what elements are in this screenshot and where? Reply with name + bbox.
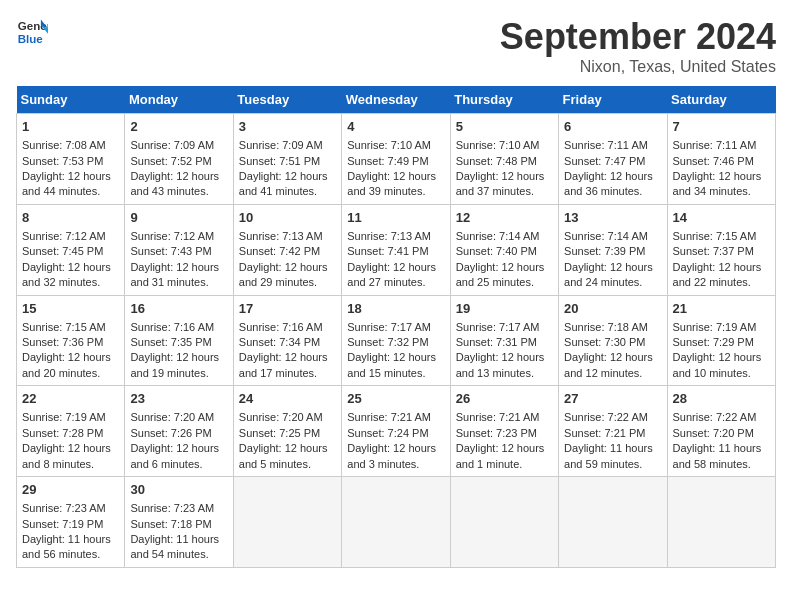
day-info-line: Sunrise: 7:18 AM	[564, 320, 661, 335]
calendar-header-row: SundayMondayTuesdayWednesdayThursdayFrid…	[17, 86, 776, 114]
day-info-line: Daylight: 12 hours	[130, 169, 227, 184]
day-info-line: Sunrise: 7:14 AM	[564, 229, 661, 244]
column-header-thursday: Thursday	[450, 86, 558, 114]
day-number: 29	[22, 481, 119, 499]
day-info-line: Daylight: 12 hours	[564, 260, 661, 275]
day-info-line: Daylight: 12 hours	[22, 350, 119, 365]
week-row-4: 22Sunrise: 7:19 AMSunset: 7:28 PMDayligh…	[17, 386, 776, 477]
week-row-2: 8Sunrise: 7:12 AMSunset: 7:45 PMDaylight…	[17, 204, 776, 295]
calendar-cell: 20Sunrise: 7:18 AMSunset: 7:30 PMDayligh…	[559, 295, 667, 386]
column-header-sunday: Sunday	[17, 86, 125, 114]
day-info-line: Daylight: 12 hours	[130, 350, 227, 365]
day-info-line: Sunrise: 7:14 AM	[456, 229, 553, 244]
calendar-cell: 4Sunrise: 7:10 AMSunset: 7:49 PMDaylight…	[342, 114, 450, 205]
day-info-line: Sunrise: 7:16 AM	[239, 320, 336, 335]
day-info-line: and 44 minutes.	[22, 184, 119, 199]
day-info-line: Sunset: 7:39 PM	[564, 244, 661, 259]
day-info-line: Sunset: 7:45 PM	[22, 244, 119, 259]
day-info-line: and 10 minutes.	[673, 366, 770, 381]
day-info-line: Daylight: 12 hours	[130, 260, 227, 275]
day-info-line: and 12 minutes.	[564, 366, 661, 381]
day-info-line: Daylight: 12 hours	[239, 260, 336, 275]
logo-icon: General Blue	[16, 16, 48, 48]
day-info-line: and 8 minutes.	[22, 457, 119, 472]
column-header-friday: Friday	[559, 86, 667, 114]
column-header-saturday: Saturday	[667, 86, 775, 114]
day-info-line: and 22 minutes.	[673, 275, 770, 290]
calendar-cell	[342, 477, 450, 568]
day-info-line: Sunset: 7:35 PM	[130, 335, 227, 350]
day-info-line: and 43 minutes.	[130, 184, 227, 199]
day-info-line: Sunset: 7:31 PM	[456, 335, 553, 350]
calendar-cell: 23Sunrise: 7:20 AMSunset: 7:26 PMDayligh…	[125, 386, 233, 477]
calendar-cell: 1Sunrise: 7:08 AMSunset: 7:53 PMDaylight…	[17, 114, 125, 205]
day-info-line: and 59 minutes.	[564, 457, 661, 472]
calendar-cell: 16Sunrise: 7:16 AMSunset: 7:35 PMDayligh…	[125, 295, 233, 386]
day-info-line: Sunrise: 7:20 AM	[239, 410, 336, 425]
day-number: 14	[673, 209, 770, 227]
day-info-line: Sunset: 7:21 PM	[564, 426, 661, 441]
day-info-line: Daylight: 12 hours	[456, 441, 553, 456]
day-number: 22	[22, 390, 119, 408]
day-info-line: Sunrise: 7:22 AM	[564, 410, 661, 425]
day-info-line: and 34 minutes.	[673, 184, 770, 199]
title-area: September 2024 Nixon, Texas, United Stat…	[500, 16, 776, 76]
calendar-cell: 9Sunrise: 7:12 AMSunset: 7:43 PMDaylight…	[125, 204, 233, 295]
day-number: 21	[673, 300, 770, 318]
day-info-line: Daylight: 12 hours	[130, 441, 227, 456]
day-number: 12	[456, 209, 553, 227]
calendar-cell	[233, 477, 341, 568]
day-info-line: Sunrise: 7:17 AM	[456, 320, 553, 335]
day-info-line: Sunrise: 7:16 AM	[130, 320, 227, 335]
day-info-line: Sunset: 7:53 PM	[22, 154, 119, 169]
day-number: 13	[564, 209, 661, 227]
day-number: 19	[456, 300, 553, 318]
calendar-cell	[450, 477, 558, 568]
calendar-cell: 3Sunrise: 7:09 AMSunset: 7:51 PMDaylight…	[233, 114, 341, 205]
calendar-cell: 10Sunrise: 7:13 AMSunset: 7:42 PMDayligh…	[233, 204, 341, 295]
day-info-line: Sunrise: 7:10 AM	[347, 138, 444, 153]
calendar-cell: 18Sunrise: 7:17 AMSunset: 7:32 PMDayligh…	[342, 295, 450, 386]
day-info-line: and 29 minutes.	[239, 275, 336, 290]
day-info-line: Sunrise: 7:20 AM	[130, 410, 227, 425]
column-header-monday: Monday	[125, 86, 233, 114]
calendar-cell: 19Sunrise: 7:17 AMSunset: 7:31 PMDayligh…	[450, 295, 558, 386]
day-number: 28	[673, 390, 770, 408]
calendar-cell: 12Sunrise: 7:14 AMSunset: 7:40 PMDayligh…	[450, 204, 558, 295]
day-info-line: Sunset: 7:30 PM	[564, 335, 661, 350]
day-info-line: Sunrise: 7:21 AM	[347, 410, 444, 425]
day-number: 4	[347, 118, 444, 136]
day-number: 23	[130, 390, 227, 408]
day-info-line: Daylight: 11 hours	[673, 441, 770, 456]
day-number: 25	[347, 390, 444, 408]
day-info-line: Sunset: 7:28 PM	[22, 426, 119, 441]
day-info-line: Sunrise: 7:10 AM	[456, 138, 553, 153]
day-info-line: and 31 minutes.	[130, 275, 227, 290]
day-info-line: Daylight: 12 hours	[456, 260, 553, 275]
day-info-line: and 3 minutes.	[347, 457, 444, 472]
day-info-line: and 25 minutes.	[456, 275, 553, 290]
day-info-line: and 17 minutes.	[239, 366, 336, 381]
calendar-cell: 21Sunrise: 7:19 AMSunset: 7:29 PMDayligh…	[667, 295, 775, 386]
day-number: 5	[456, 118, 553, 136]
day-number: 3	[239, 118, 336, 136]
day-info-line: Daylight: 12 hours	[673, 260, 770, 275]
calendar-cell	[667, 477, 775, 568]
calendar-cell: 26Sunrise: 7:21 AMSunset: 7:23 PMDayligh…	[450, 386, 558, 477]
calendar-cell: 8Sunrise: 7:12 AMSunset: 7:45 PMDaylight…	[17, 204, 125, 295]
day-info-line: and 41 minutes.	[239, 184, 336, 199]
day-info-line: and 27 minutes.	[347, 275, 444, 290]
day-info-line: Sunset: 7:40 PM	[456, 244, 553, 259]
day-info-line: Sunset: 7:47 PM	[564, 154, 661, 169]
day-info-line: Sunset: 7:32 PM	[347, 335, 444, 350]
day-info-line: Sunrise: 7:19 AM	[673, 320, 770, 335]
day-info-line: Daylight: 12 hours	[239, 169, 336, 184]
calendar-cell: 17Sunrise: 7:16 AMSunset: 7:34 PMDayligh…	[233, 295, 341, 386]
day-info-line: Sunrise: 7:08 AM	[22, 138, 119, 153]
day-number: 27	[564, 390, 661, 408]
week-row-1: 1Sunrise: 7:08 AMSunset: 7:53 PMDaylight…	[17, 114, 776, 205]
day-info-line: Daylight: 12 hours	[456, 350, 553, 365]
day-info-line: and 13 minutes.	[456, 366, 553, 381]
day-number: 10	[239, 209, 336, 227]
day-info-line: Daylight: 12 hours	[22, 441, 119, 456]
